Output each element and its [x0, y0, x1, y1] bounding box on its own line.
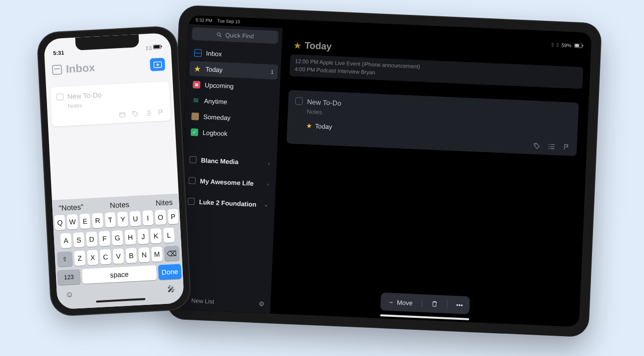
key-t[interactable]: T [105, 212, 116, 228]
svg-point-9 [548, 144, 549, 145]
sidebar-item-upcoming[interactable]: ▦ Upcoming [189, 77, 277, 96]
tag-icon[interactable] [533, 142, 540, 150]
sidebar-item-label: Anytime [204, 97, 228, 106]
key-u[interactable]: U [130, 211, 141, 226]
signal-icon: 􀙇 [552, 42, 554, 48]
iphone-time: 5:31 [53, 50, 64, 56]
svg-rect-13 [154, 45, 160, 48]
ipad-screen: 5:32 PM Tue Sep 10 Quick Find Inbox ★ To… [176, 15, 591, 327]
key-delete[interactable]: ⌫ [164, 245, 180, 261]
emoji-icon[interactable]: ☺ [65, 290, 73, 299]
key-w[interactable]: W [67, 214, 78, 230]
key-y[interactable]: Y [117, 212, 128, 227]
key-c[interactable]: C [100, 249, 111, 265]
quick-find[interactable]: Quick Find [192, 27, 278, 44]
iphone-title-label: Inbox [65, 61, 95, 76]
ipad-app-body: Quick Find Inbox ★ Today 1 ▦ Upcoming ≋ [176, 24, 591, 327]
ipad-time: 5:32 PM [196, 17, 213, 23]
key-e[interactable]: E [79, 214, 91, 229]
key-r[interactable]: R [92, 213, 104, 228]
key-n[interactable]: N [138, 247, 150, 262]
calendar-icon[interactable] [119, 111, 126, 119]
iphone-device: 5:31 􀙇 􀙈 Inbox New To-Do Notes [37, 26, 190, 316]
key-space[interactable]: space [82, 265, 157, 284]
svg-rect-3 [575, 44, 579, 47]
key-123[interactable]: 123 [57, 269, 81, 285]
inbox-icon [52, 64, 62, 75]
area-icon [188, 198, 195, 205]
key-done[interactable]: Done [158, 264, 182, 280]
key-i[interactable]: I [142, 210, 154, 226]
sidebar-item-inbox[interactable]: Inbox [190, 45, 278, 64]
area-luke-2-foundation[interactable]: Luke 2 Foundation ⌄ [183, 192, 272, 213]
move-button[interactable]: → Move [387, 298, 413, 306]
todo-title[interactable]: New To-Do [67, 91, 102, 101]
checklist-icon[interactable] [145, 110, 152, 117]
key-row-3: ⇧ Z X C V B N M ⌫ [56, 245, 180, 267]
key-shift[interactable]: ⇧ [57, 251, 73, 267]
key-h[interactable]: H [124, 230, 136, 245]
todo-checkbox[interactable] [56, 93, 64, 101]
inbox-icon [194, 49, 202, 57]
sidebar-item-today[interactable]: ★ Today 1 [189, 61, 278, 80]
checklist-icon[interactable] [548, 143, 555, 150]
key-g[interactable]: G [111, 230, 123, 245]
key-x[interactable]: X [87, 250, 99, 265]
new-todo-button[interactable] [150, 58, 165, 71]
svg-line-19 [120, 114, 125, 115]
key-l[interactable]: L [163, 228, 175, 243]
key-k[interactable]: K [150, 228, 162, 243]
dictation-icon[interactable]: 🎤︎ [167, 285, 175, 294]
move-label: Move [397, 298, 413, 306]
flag-icon[interactable] [158, 109, 165, 117]
keyboard[interactable]: "Notes" Notes Nites Q W E R T Y U I O P … [52, 193, 184, 309]
battery-icon [153, 45, 162, 50]
tag-icon[interactable] [132, 110, 139, 118]
wifi-icon: 􀙈 [150, 45, 152, 51]
key-a[interactable]: A [60, 233, 72, 248]
sidebar-item-logbook[interactable]: ✓ Logbook [186, 124, 275, 143]
area-my-awesome-life[interactable]: My Awesome Life › [184, 172, 273, 192]
area-label: Blanc Media [201, 156, 238, 165]
svg-line-1 [220, 36, 221, 37]
prediction[interactable]: "Notes" [58, 202, 84, 212]
area-blanc-media[interactable]: Blanc Media › [185, 151, 274, 172]
key-p[interactable]: P [167, 209, 179, 224]
area-icon [189, 156, 197, 164]
todo-checkbox[interactable] [295, 97, 303, 105]
todo-title[interactable]: New To-Do [307, 98, 342, 107]
key-b[interactable]: B [125, 248, 137, 263]
svg-rect-18 [120, 113, 125, 118]
flag-icon[interactable] [563, 144, 570, 151]
sidebar-item-anytime[interactable]: ≋ Anytime [188, 93, 276, 112]
tag-label: Today [315, 122, 332, 130]
toolbar-separator [447, 300, 448, 309]
more-icon[interactable]: ••• [456, 301, 463, 309]
key-m[interactable]: M [151, 246, 163, 262]
page-title-label: Today [304, 40, 331, 52]
ipad-date: Tue Sep 10 [217, 18, 240, 24]
key-f[interactable]: F [99, 231, 110, 246]
bottom-toolbar: → Move ••• [380, 293, 471, 314]
key-d[interactable]: D [86, 232, 98, 247]
key-v[interactable]: V [112, 248, 124, 264]
iphone-todo-card[interactable]: New To-Do Notes [50, 81, 171, 126]
todo-card[interactable]: New To-Do Notes ★ Today [286, 90, 579, 156]
prediction[interactable]: Nites [156, 198, 173, 207]
key-z[interactable]: Z [74, 250, 86, 266]
key-q[interactable]: Q [54, 215, 65, 230]
check-icon: ✓ [191, 128, 199, 136]
prediction[interactable]: Notes [109, 200, 129, 209]
ipad-home-indicator[interactable] [380, 314, 469, 320]
sidebar-item-someday[interactable]: Someday [187, 109, 276, 127]
area-label: Luke 2 Foundation [199, 198, 257, 208]
iphone-home-indicator[interactable] [96, 298, 146, 302]
key-s[interactable]: S [73, 232, 85, 247]
key-j[interactable]: J [137, 229, 149, 244]
gear-icon[interactable]: ⚙ [259, 300, 265, 308]
main-content: 􀙇 􀙈 59% ★ Today 12:00 PM Apple Live Even… [270, 28, 591, 327]
trash-icon[interactable] [431, 300, 438, 307]
key-o[interactable]: O [155, 210, 166, 225]
arrow-right-icon: → [387, 298, 394, 306]
compose-icon [153, 61, 162, 68]
